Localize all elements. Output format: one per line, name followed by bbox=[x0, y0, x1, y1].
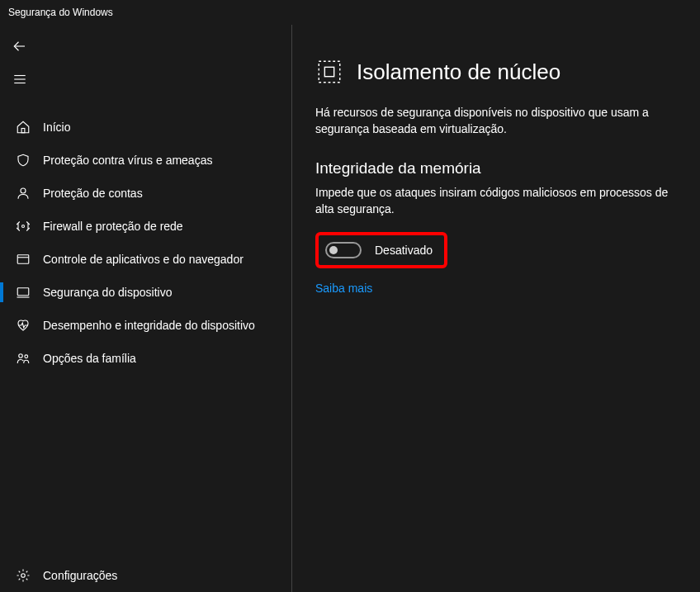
toggle-highlight-annotation: Desativado bbox=[315, 232, 447, 268]
core-isolation-icon bbox=[315, 58, 343, 86]
person-icon bbox=[16, 186, 31, 201]
svg-rect-7 bbox=[17, 255, 29, 264]
sidebar-item-devicesecurity[interactable]: Segurança do dispositivo bbox=[0, 276, 291, 309]
page-title: Isolamento de núcleo bbox=[357, 59, 560, 85]
sidebar-item-settings[interactable]: Configurações bbox=[0, 559, 291, 592]
sidebar-item-label: Desempenho e integridade do dispositivo bbox=[43, 319, 255, 332]
svg-rect-9 bbox=[17, 288, 29, 296]
heart-pulse-icon bbox=[16, 318, 31, 333]
sidebar-item-family[interactable]: Opções da família bbox=[0, 342, 291, 375]
app-window-icon bbox=[16, 252, 31, 267]
device-icon bbox=[16, 285, 31, 300]
sidebar-item-account[interactable]: Proteção de contas bbox=[0, 177, 291, 210]
sidebar-item-performance[interactable]: Desempenho e integridade do dispositivo bbox=[0, 309, 291, 342]
family-icon bbox=[16, 351, 31, 366]
sidebar-item-label: Firewall e proteção de rede bbox=[43, 220, 183, 233]
sidebar-item-virus[interactable]: Proteção contra vírus e ameaças bbox=[0, 144, 291, 177]
memory-integrity-description: Impede que os ataques insiram códigos ma… bbox=[315, 184, 677, 218]
menu-button[interactable] bbox=[0, 63, 40, 96]
sidebar-item-label: Segurança do dispositivo bbox=[43, 286, 172, 299]
sidebar-item-label: Opções da família bbox=[43, 352, 136, 365]
sidebar-item-firewall[interactable]: Firewall e proteção de rede bbox=[0, 210, 291, 243]
network-icon bbox=[16, 219, 31, 234]
sidebar-item-label: Início bbox=[43, 121, 70, 134]
window-title: Segurança do Windows bbox=[8, 7, 113, 18]
svg-point-13 bbox=[21, 574, 26, 578]
page-description: Há recursos de segurança disponíveis no … bbox=[315, 104, 677, 138]
sidebar-item-label: Controle de aplicativos e do navegador bbox=[43, 253, 244, 266]
svg-point-11 bbox=[19, 354, 23, 358]
svg-point-6 bbox=[22, 225, 25, 228]
sidebar-item-appbrowser[interactable]: Controle de aplicativos e do navegador bbox=[0, 243, 291, 276]
memory-integrity-title: Integridade da memória bbox=[315, 159, 677, 178]
sidebar-item-label: Configurações bbox=[43, 569, 117, 582]
toggle-state-label: Desativado bbox=[375, 244, 433, 257]
svg-rect-4 bbox=[21, 129, 25, 133]
sidebar-item-label: Proteção de contas bbox=[43, 187, 143, 200]
svg-point-5 bbox=[21, 188, 26, 193]
main-content: Isolamento de núcleo Há recursos de segu… bbox=[292, 25, 700, 592]
back-button[interactable] bbox=[0, 30, 40, 63]
window-titlebar: Segurança do Windows bbox=[0, 0, 700, 25]
svg-rect-14 bbox=[319, 61, 340, 83]
home-icon bbox=[16, 120, 31, 135]
hamburger-icon bbox=[12, 72, 27, 87]
sidebar-item-label: Proteção contra vírus e ameaças bbox=[43, 154, 212, 167]
svg-rect-15 bbox=[324, 67, 333, 76]
memory-integrity-toggle[interactable] bbox=[325, 242, 362, 258]
sidebar: Início Proteção contra vírus e ameaças bbox=[0, 25, 292, 592]
sidebar-item-home[interactable]: Início bbox=[0, 111, 291, 144]
arrow-left-icon bbox=[12, 39, 27, 54]
svg-point-12 bbox=[25, 355, 28, 358]
learn-more-link[interactable]: Saiba mais bbox=[315, 282, 372, 295]
shield-icon bbox=[16, 153, 31, 168]
gear-icon bbox=[16, 568, 31, 583]
